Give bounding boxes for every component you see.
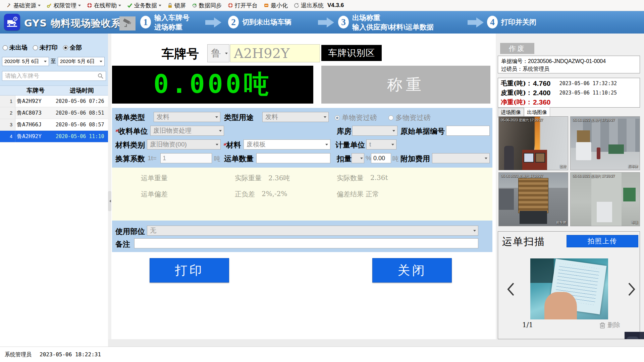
camera-image-top[interactable]: 05-06-2023 星期六 17:29:27 车顶 [570, 172, 640, 226]
flow-arrow-icon [318, 17, 334, 27]
chevron-down-icon [392, 130, 395, 133]
table-row[interactable]: 3 鲁A7H66J 2020-05-06 08:57 [0, 119, 108, 131]
factor-input[interactable] [160, 153, 212, 163]
col-plate[interactable]: 车牌号 [15, 86, 56, 95]
menu-basic-resources[interactable]: 基础资源 [3, 0, 44, 11]
menu-online-help[interactable]: 在线帮助 [84, 0, 124, 11]
filter-not-exited[interactable]: 未出场 [3, 44, 28, 52]
actual-qty-label: 实际数量 [337, 174, 364, 183]
delete-scan-button[interactable]: 删除 [599, 321, 620, 329]
warehouse-select[interactable] [352, 126, 397, 136]
menu-exit[interactable]: 退出系统 [291, 0, 327, 11]
deduct-input[interactable] [371, 153, 391, 163]
radio-icon[interactable] [3, 45, 8, 50]
camera-button[interactable] [119, 16, 136, 31]
chevron-down-icon [118, 5, 121, 8]
chevron-down-icon [219, 130, 222, 133]
close-button[interactable]: 关闭 [372, 258, 452, 283]
camera-label: 后车牌 [628, 164, 638, 169]
date-to-select[interactable]: 2020年 5月 6日 [58, 57, 105, 66]
waybill-qty-input[interactable] [256, 153, 330, 163]
status-filters: 未出场 未打印 全部 [3, 44, 82, 52]
province-select[interactable]: 鲁 [207, 44, 229, 62]
receiver-select[interactable]: 废旧物资处理 [150, 126, 224, 136]
chevron-down-icon [215, 116, 218, 119]
menu-permission[interactable]: 权限管理 [44, 0, 84, 11]
actual-weight-label: 实际重量 [235, 174, 262, 183]
origin-doc-input[interactable] [446, 126, 490, 136]
date-range: 2020年 5月 6日 至 2020年 5月 6日 [2, 57, 105, 66]
bill-type-label: 磅单类型 [115, 113, 145, 123]
vehicle-sidebar: 未出场 未打印 全部 2020年 5月 6日 至 2020年 5月 6日 [0, 34, 108, 347]
chevron-down-icon [216, 144, 218, 147]
print-button[interactable]: 打印 [150, 258, 229, 283]
dev-result-label: 偏差结果 [337, 190, 364, 199]
menu-data-sync[interactable]: 数据同步 [189, 0, 225, 11]
camera-image-monitor[interactable]: 05-06-2023 星期六 17:29:27 监控 [498, 116, 568, 170]
tab-exit-images[interactable]: 出场图像 [524, 107, 550, 117]
prev-image-button[interactable] [505, 281, 516, 298]
filter-all[interactable]: 全部 [63, 44, 82, 52]
remark-input[interactable] [134, 238, 478, 248]
multi-material-radio[interactable]: 多物资过磅 [388, 113, 431, 122]
radio-selected-icon[interactable] [63, 45, 68, 50]
material-select[interactable]: 废模板 [244, 139, 330, 149]
table-row[interactable]: 1 鲁A2H92Y 2020-05-06 07:26 [0, 96, 108, 107]
radio-selected-icon[interactable] [335, 115, 340, 120]
menubar: 基础资源 权限管理 在线帮助 业务数据 锁屏 数据同步 打开平台 [0, 0, 644, 11]
required-mark: * [223, 142, 226, 149]
app-logo [4, 14, 20, 31]
chevron-down-icon [159, 5, 161, 8]
single-material-radio[interactable]: 单物资过磅 [335, 113, 377, 122]
step-1-text: 输入车牌号 进场称重 [154, 13, 190, 32]
doc-no-value: 20230506-JNDQAZWQ-01-0004 [528, 58, 606, 64]
deduct-select[interactable] [352, 153, 364, 163]
camera-image-front-plate[interactable]: 05-06-2023 星期六 17:29:27 前车牌 [498, 172, 568, 226]
table-row[interactable]: 2 鲁AC8073 2020-05-06 08:51 [0, 107, 108, 119]
row-entry-time: 2020-05-06 11:10 [56, 133, 108, 139]
usage-select[interactable]: 无 [147, 226, 478, 236]
keys-icon [47, 3, 52, 8]
menu-lock-screen[interactable]: 锁屏 [164, 0, 189, 11]
plate-number-input[interactable] [230, 44, 320, 62]
filter-not-printed[interactable]: 未打印 [33, 44, 58, 52]
sidebar-collapse-handle[interactable] [108, 191, 111, 211]
step-2-number: 2 [228, 16, 239, 28]
flow-arrow-icon [468, 17, 484, 27]
factor-prefix: 1t= [148, 155, 157, 162]
plate-search-input[interactable] [2, 71, 98, 80]
usage-type-select[interactable]: 发料 [262, 112, 329, 122]
search-icon[interactable] [98, 73, 104, 79]
status-datetime: 2023-05-06 18:22:31 [40, 351, 101, 358]
bottom-gray-strip [108, 339, 644, 347]
table-row-selected[interactable]: 4 鲁A2H92Y 2020-05-06 11:10 [0, 131, 108, 142]
menu-item-label: 业务数据 [134, 2, 157, 9]
weigher-value: 系统管理员 [523, 66, 549, 72]
lock-icon [167, 3, 173, 8]
weigh-button[interactable]: 称重 [321, 66, 490, 104]
radio-icon[interactable] [388, 115, 393, 120]
doc-no-label: 单据编号： [501, 58, 528, 64]
scanned-waybill-image[interactable] [530, 258, 608, 319]
material-category-select[interactable]: 废旧物资(00) [147, 139, 221, 149]
photo-upload-button[interactable]: 拍照上传 [567, 235, 638, 247]
radio-icon[interactable] [33, 45, 38, 50]
bill-type-select[interactable]: 发料 [154, 112, 220, 122]
chevron-left-icon [506, 282, 515, 297]
col-entry-time[interactable]: 进场时间 [56, 86, 108, 95]
main-panel: 车牌号 鲁 车牌识别区 0.000吨 称重 磅单类型 发料 类型用途 发料 单物… [111, 34, 496, 339]
chevron-down-icon [78, 5, 81, 8]
next-image-button[interactable] [626, 281, 638, 298]
menu-business-data[interactable]: 业务数据 [124, 0, 164, 11]
menu-open-platform[interactable]: 打开平台 [225, 0, 261, 11]
unit-select[interactable]: t [366, 139, 396, 149]
menu-minimize[interactable]: 最小化 [261, 0, 291, 11]
date-from-select[interactable]: 2020年 5月 6日 [2, 57, 49, 66]
chevron-down-icon [324, 116, 326, 119]
camera-image-rear-plate[interactable]: 05-06-2023 星期六 17:29:27 后车牌 [570, 116, 640, 170]
void-button[interactable]: 作废 [500, 43, 534, 54]
camera-timestamp: 05-06-2023 星期六 17:29:27 [501, 118, 543, 123]
required-mark: * [115, 128, 118, 135]
row-plate: 鲁A2H92Y [15, 98, 56, 105]
addfee-select[interactable] [432, 153, 490, 163]
